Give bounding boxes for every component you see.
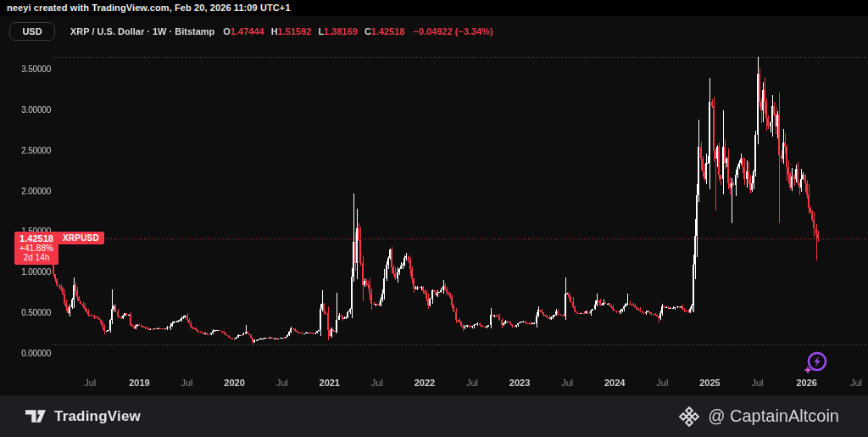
change-value: −0.04922 (−3.34%) — [414, 26, 493, 36]
time-tick-label: 2025 — [688, 378, 731, 388]
ohlc-low: L1.38169 — [318, 26, 358, 36]
price-tick-label: 3.50000 — [0, 64, 51, 74]
time-tick-label: Jul — [641, 378, 683, 388]
time-tick-label: Jul — [69, 378, 111, 388]
symbol-title[interactable]: XRP / U.S. Dollar · 1W · Bitstamp — [70, 26, 214, 36]
price-tick-label: 2.00000 — [0, 187, 51, 196]
price-tick-label: 1.00000 — [0, 267, 51, 277]
time-tick-label: Jul — [546, 378, 588, 388]
time-tick-label: Jul — [356, 378, 398, 388]
boost-flash-icon[interactable] — [802, 349, 831, 378]
watermark-label: @ CaptainAltcoin — [708, 406, 839, 426]
watermark: @ CaptainAltcoin — [678, 406, 839, 428]
time-tick-label: Jul — [261, 378, 303, 388]
last-price-value: 1.42518 — [16, 233, 57, 244]
time-tick-label: 2021 — [309, 378, 351, 388]
price-tick-label: 2.50000 — [0, 146, 51, 155]
tradingview-brand[interactable]: TradingView — [25, 408, 141, 425]
ohlc-high: H1.51592 — [271, 26, 312, 36]
attribution-bar: neeyi created with TradingView.com, Feb … — [0, 0, 868, 16]
last-price-label: 1.42518 +41.88% 2d 14h — [14, 232, 58, 265]
currency-toggle-button[interactable]: USD — [9, 22, 55, 41]
time-tick-label: Jul — [835, 378, 868, 388]
symbol-badge: XRPUSD — [58, 232, 104, 244]
price-tick-label: 0.00000 — [0, 349, 51, 358]
price-tick-label: 0.50000 — [0, 308, 51, 317]
time-axis[interactable]: Jul2019Jul2020Jul2021Jul2022Jul2023Jul20… — [0, 371, 868, 395]
tradingview-snapshot: neeyi created with TradingView.com, Feb … — [0, 0, 868, 437]
price-tick-label: 3.00000 — [0, 105, 51, 115]
symbol-row: USD XRP / U.S. Dollar · 1W · Bitstamp O1… — [9, 22, 493, 41]
tradingview-brand-label: TradingView — [54, 408, 141, 425]
bar-countdown: 2d 14h — [16, 253, 57, 262]
time-tick-label: 2020 — [214, 378, 256, 388]
time-tick-label: 2023 — [498, 378, 541, 388]
time-tick-label: 2022 — [403, 378, 446, 388]
ohlc-close: C1.42518 — [364, 26, 405, 36]
time-tick-label: Jul — [451, 378, 493, 388]
time-tick-label: Jul — [737, 378, 779, 388]
time-tick-label: 2019 — [118, 378, 160, 388]
price-change-percent: +41.88% — [16, 244, 57, 253]
time-tick-label: Jul — [166, 378, 209, 388]
price-axis[interactable]: 3.500003.000002.500002.000001.500001.000… — [0, 0, 51, 371]
time-tick-label: 2024 — [593, 378, 636, 388]
captainaltcoin-logo-icon — [678, 406, 700, 428]
ohlc-open: O1.47444 — [223, 26, 264, 36]
time-tick-label: 2026 — [786, 378, 828, 388]
tradingview-logo-icon — [25, 410, 47, 423]
footer-bar: TradingView @ CaptainAltcoin — [0, 395, 868, 437]
chart-legend: XRP / U.S. Dollar · 1W · Bitstamp O1.474… — [70, 26, 493, 36]
